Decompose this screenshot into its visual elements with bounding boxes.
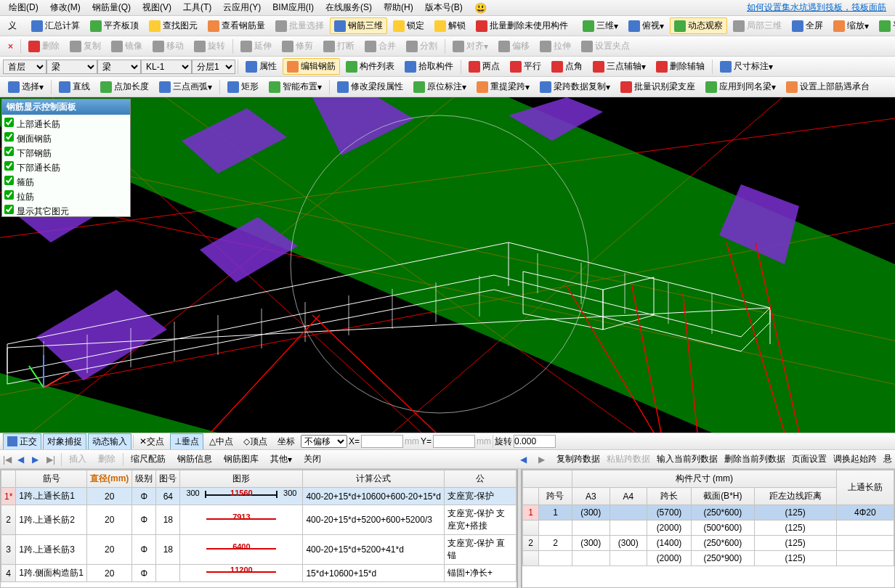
last-record-icon[interactable]: ▶| [46,454,57,465]
right-th[interactable]: 跨长 [647,488,692,505]
rebar-display-panel[interactable]: 钢筋显示控制面板 上部通长筋侧面钢筋下部钢筋下部通长筋箍筋拉筋显示其它图元显示详… [1,99,131,217]
close-panel-button[interactable]: 关闭 [299,452,325,467]
table-row[interactable]: (2000)(500*600)(125) [523,520,894,536]
right-th[interactable] [523,488,539,505]
copy-button[interactable]: 复制 [65,38,105,54]
osnap-toggle[interactable]: 对象捕捉 [43,433,86,450]
split-button[interactable]: 分割 [402,38,442,54]
extend-button[interactable]: 延伸 [236,38,276,54]
menu-cloud[interactable]: 云应用(Y) [217,1,267,14]
menu-view[interactable]: 视图(V) [137,1,177,14]
right-th[interactable]: A3 [572,488,610,505]
table-row[interactable]: 31跨.上通长筋320Φ186400400-20+15*d+5200+41*d支… [1,535,517,565]
right-th[interactable]: 截面(B*H) [691,488,754,505]
y-input[interactable] [433,435,475,448]
intersection-snap[interactable]: ✕ 交点 [135,433,169,450]
scale-match-button[interactable]: 缩尺配筋 [126,452,170,467]
menu-rebar[interactable]: 钢筋量(Q) [86,1,137,14]
endpoint-snap[interactable]: ◇ 顶点 [239,433,272,450]
copy-span-data-button[interactable]: 复制跨数据 [556,453,600,465]
rebar-detail-table[interactable]: 筋号直径(mm)级别图号图形计算公式公1*1跨.上通长筋120Φ64300115… [0,469,517,588]
align-button[interactable]: 对齐 ▾ [448,38,493,54]
in-situ-annotate-button[interactable]: 原位标注 ▾ [409,78,471,95]
rebar-option[interactable]: 箍筋 [4,175,128,189]
partial-left-item[interactable]: 义 [4,17,21,34]
first-record-icon[interactable]: |◀ [3,454,13,465]
delete-button[interactable]: 删除 [24,38,64,54]
swap-start-span-button[interactable]: 调换起始跨 [833,453,877,465]
point-angle-button[interactable]: 点角 [547,58,587,75]
delete-current-col-button[interactable]: 删除当前列数据 [724,453,785,465]
re-beam-span-button[interactable]: 重提梁跨 ▾ [472,78,534,95]
rebar-3d-button[interactable]: 钢筋三维 [330,17,387,34]
paste-span-data-button[interactable]: 粘贴跨数据 [607,453,650,465]
menu-online[interactable]: 在线服务(S) [320,1,378,14]
delete-row-button[interactable]: 删除 [94,452,120,467]
prev-record-icon[interactable]: ◀ [17,454,28,465]
view-rebar-qty-button[interactable]: 查看钢筋量 [203,17,270,34]
mirror-button[interactable]: 镜像 [107,38,147,54]
member-select[interactable]: KL-1 [141,60,192,74]
table-row[interactable]: 22(300)(300)(1400)(250*600)(125) [523,536,894,551]
menu-version[interactable]: 版本号(B) [419,1,469,14]
dyn-input-toggle[interactable]: 动态输入 [88,433,131,450]
two-point-button[interactable]: 两点 [464,58,504,75]
edit-rebar-button[interactable]: 编辑钢筋 [283,58,340,75]
rebar-option[interactable]: 显示其它图元 [4,204,128,216]
point-length-tool[interactable]: 点加长度 [96,78,153,95]
merge-button[interactable]: 合并 [360,38,400,54]
zoom-button[interactable]: 缩放 ▾ [829,17,873,34]
3d-view-button[interactable]: 三维 ▾ [578,17,623,34]
midpoint-snap[interactable]: △ 中点 [205,433,238,450]
pan-button[interactable]: 平移 ▾ [875,17,895,34]
arc-tool[interactable]: 三点画弧 ▾ [155,78,216,95]
move-button[interactable]: 移动 [148,38,188,54]
rebar-option[interactable]: 下部通长筋 [4,160,128,175]
table-row[interactable]: (2000)(250*900)(125) [523,551,894,566]
left-th[interactable]: 图号 [156,470,180,488]
menu-modify[interactable]: 修改(M) [44,1,86,14]
next-record-icon[interactable]: ▶ [32,454,42,465]
rebar-option[interactable]: 拉筋 [4,189,128,204]
batch-select-button[interactable]: 批量选择 [271,17,328,34]
viewport-3d[interactable]: 钢筋显示控制面板 上部通长筋侧面钢筋下部钢筋下部通长筋箍筋拉筋显示其它图元显示详… [0,97,895,433]
menu-help[interactable]: 帮助(H) [378,1,419,14]
grip-button[interactable]: 设置夹点 [577,38,634,54]
lock-button[interactable]: 锁定 [389,17,429,34]
trim-button[interactable]: 修剪 [278,38,317,54]
page-setup-button[interactable]: 页面设置 [792,453,827,465]
category-select[interactable]: 梁 [46,60,97,74]
rebar-option[interactable]: 上部通长筋 [4,117,128,131]
member-list-button[interactable]: 构件列表 [341,58,399,75]
top-view-button[interactable]: 俯视 ▾ [624,17,668,34]
menu-bim[interactable]: BIM应用(I) [267,1,320,14]
coord-snap[interactable]: 坐标 [273,433,299,450]
member-size-table[interactable]: 构件尺寸 (mm)上通长筋跨号A3A4跨长截面(B*H)距左边线距离11(300… [522,469,895,588]
menu-draw[interactable]: 绘图(D) [3,1,44,14]
rt-next-icon[interactable]: ▶ [538,454,548,465]
left-th[interactable]: 筋号 [16,470,87,488]
modify-beam-seg-button[interactable]: 修改梁段属性 [333,78,408,95]
right-th[interactable]: A4 [610,488,647,505]
rebar-option[interactable]: 侧面钢筋 [4,131,128,146]
close-toolbar-button[interactable]: × [4,39,17,54]
sum-calc-button[interactable]: 汇总计算 [27,17,84,34]
batch-recognize-support-button[interactable]: 批量识别梁支座 [616,78,700,95]
left-th[interactable]: 图形 [180,470,303,488]
fullscreen-button[interactable]: 全屏 [787,17,827,34]
three-point-axis-button[interactable]: 三点辅轴 ▾ [588,58,650,75]
stretch-button[interactable]: 拉伸 [535,38,575,54]
table-row[interactable]: 11(300)(5700)(250*600)(125)4Φ20 [523,505,894,520]
rebar-shape-lib-button[interactable]: 钢筋图库 [219,452,263,467]
x-input[interactable] [361,435,403,448]
rebar-info-button[interactable]: 钢筋信息 [173,452,216,467]
other-dropdown[interactable]: 其他 ▾ [266,452,296,467]
subcategory-select[interactable]: 梁 [97,60,141,74]
left-th[interactable]: 计算公式 [303,470,445,488]
right-th[interactable]: 距左边线距离 [754,488,836,505]
dimension-button[interactable]: 尺寸标注 ▾ [716,58,777,75]
perpendicular-snap[interactable]: ⊥ 垂点 [170,433,203,450]
smart-layout-button[interactable]: 智能布置 ▾ [264,78,326,95]
table-row[interactable]: 21跨.上通长筋220Φ187913400-20+15*d+5200+600+5… [1,505,517,535]
cantilever-button[interactable]: 悬 [883,453,892,465]
